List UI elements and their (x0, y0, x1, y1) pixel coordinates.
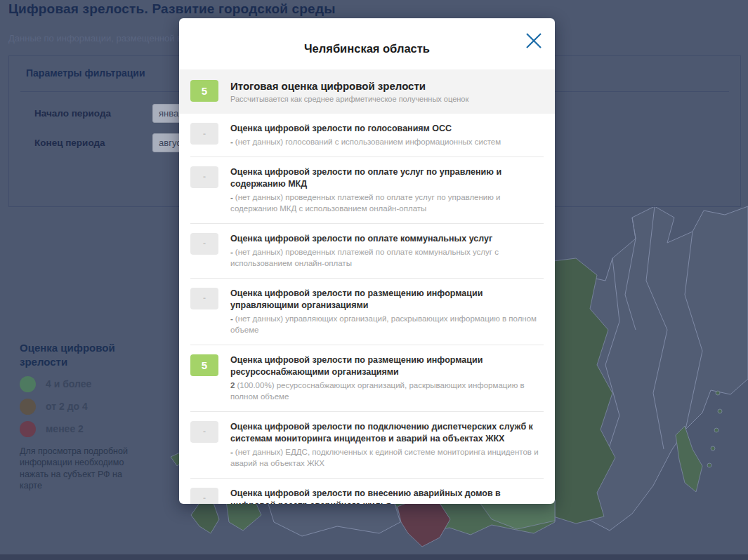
legend-item: менее 2 (20, 421, 145, 437)
score-row-title: Оценка цифровой зрелости по оплате услуг… (230, 166, 544, 190)
score-badge: - (190, 421, 218, 443)
score-row-value: 2 (230, 381, 235, 389)
close-icon[interactable] (523, 29, 545, 52)
score-badge: - (190, 488, 218, 504)
score-badge: - (190, 288, 218, 309)
score-row-value: - (230, 193, 233, 201)
legend-heading: Оценка цифровой зрелости (20, 341, 125, 370)
map-kuril-island[interactable] (718, 409, 722, 413)
summary-title: Итоговая оценка цифровой зрелости (230, 80, 544, 92)
score-row: - Оценка цифровой зрелости по подключени… (190, 412, 544, 479)
score-badge: - (190, 166, 218, 188)
score-row-value: - (230, 248, 233, 256)
region-modal: Челябинская область 5 Итоговая оценка ци… (179, 18, 555, 504)
score-row-title: Оценка цифровой зрелости по внесению ава… (230, 488, 544, 504)
map-region-green[interactable] (191, 499, 219, 533)
legend-item: 4 и более (20, 376, 145, 392)
score-row: - Оценка цифровой зрелости по размещению… (190, 279, 544, 345)
summary-subtitle: Рассчитывается как среднее арифметическо… (230, 95, 544, 103)
map-kuril-island[interactable] (714, 428, 719, 432)
score-row-value: - (230, 448, 233, 456)
score-row: 5 Оценка цифровой зрелости по размещению… (190, 345, 544, 412)
footer-strip (0, 554, 748, 560)
map-kuril-island[interactable] (711, 446, 715, 451)
score-row: - Оценка цифровой зрелости по внесению а… (190, 479, 544, 504)
map-region-sakhalin[interactable] (676, 426, 702, 492)
score-row-description: -(нет данных) управляющих организаций, р… (230, 313, 544, 335)
filter-field-label: Начало периода (34, 108, 152, 119)
page-title: Цифровая зрелость. Развитие городской ср… (8, 1, 336, 17)
map-kuril-island[interactable] (707, 463, 711, 467)
score-row-title: Оценка цифровой зрелости по оплате комму… (230, 233, 544, 245)
map-region[interactable] (267, 500, 400, 536)
filter-field-label: Конец периода (34, 138, 152, 148)
legend-color-dot (20, 399, 36, 415)
page-subtitle: Данные по информации, размещенной в (8, 33, 182, 44)
score-row: - Оценка цифровой зрелости по оплате ком… (190, 224, 544, 279)
score-row-title: Оценка цифровой зрелости по голосованиям… (230, 123, 544, 135)
score-row-title: Оценка цифровой зрелости по размещению и… (230, 288, 544, 312)
filter-panel-heading: Параметры фильтрации (26, 67, 145, 79)
score-row-description: -(нет данных) проведенных платежей по оп… (230, 246, 544, 269)
map-kuril-island[interactable] (716, 391, 720, 395)
score-row-description: -(нет данных) голосований с использовани… (230, 136, 544, 147)
legend-item: от 2 до 4 (20, 399, 145, 415)
legend-note: Для просмотра подробной информации необх… (20, 446, 133, 492)
legend-item-label: 4 и более (46, 378, 91, 389)
legend-color-dot (20, 376, 36, 392)
score-row-description: -(нет данных) ЕДДС, подключенных к едино… (230, 446, 544, 469)
legend-item-label: от 2 до 4 (46, 401, 88, 412)
score-row: - Оценка цифровой зрелости по голосовани… (190, 114, 544, 157)
legend-item-label: менее 2 (46, 423, 84, 434)
score-badge: - (190, 233, 218, 255)
score-row-title: Оценка цифровой зрелости по размещению и… (230, 354, 544, 378)
legend-color-dot (20, 421, 36, 437)
modal-title: Челябинская область (179, 42, 555, 55)
summary-score-row: 5 Итоговая оценка цифровой зрелости Расс… (179, 69, 555, 114)
score-row-value: - (230, 138, 233, 146)
score-row-description: -(нет данных) проведенных платежей по оп… (230, 192, 544, 214)
score-badge: 5 (190, 354, 218, 376)
score-row-value: - (230, 314, 233, 323)
score-badge: - (190, 123, 218, 145)
score-row-description: 2(100.00%) ресурсоснабжающих организаций… (230, 380, 544, 402)
map-legend: Оценка цифровой зрелости 4 и более от 2 … (20, 341, 145, 492)
score-row-title: Оценка цифровой зрелости по подключению … (230, 421, 544, 445)
score-row: - Оценка цифровой зрелости по оплате усл… (190, 157, 544, 224)
summary-score-badge: 5 (190, 80, 218, 102)
